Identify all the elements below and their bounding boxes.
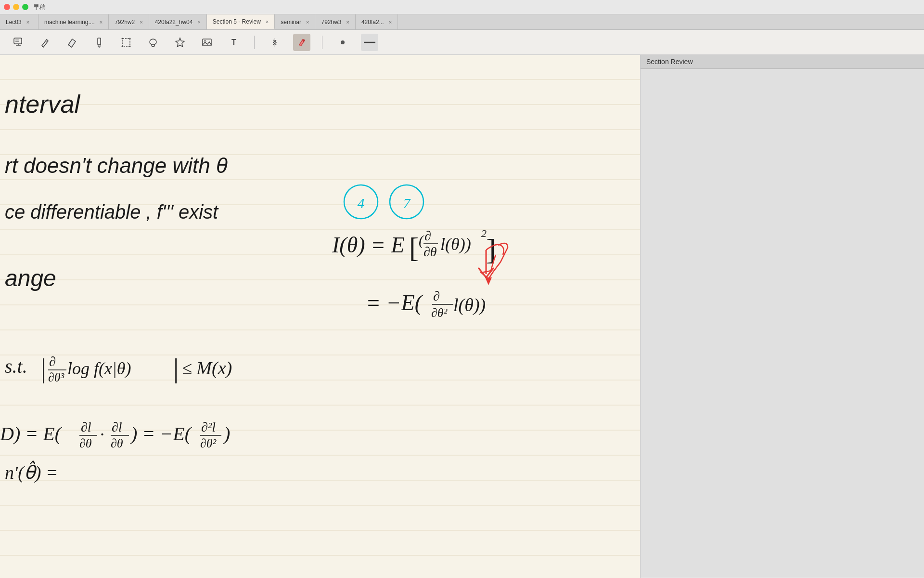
tab-close-ml[interactable]: × — [100, 19, 103, 25]
svg-text:l(θ)): l(θ)) — [453, 295, 486, 315]
svg-rect-7 — [98, 38, 101, 45]
tab-seminar[interactable]: seminar× — [275, 14, 315, 29]
highlighter-tool[interactable] — [90, 34, 108, 51]
select-tool[interactable] — [117, 34, 135, 51]
svg-text:∂θ: ∂θ — [111, 436, 123, 450]
tab-label-lec03: Lec03 — [6, 19, 22, 26]
tab-close-420fa22[interactable]: × — [389, 19, 392, 25]
svg-text:·: · — [100, 425, 104, 444]
svg-text:∂θ: ∂θ — [79, 436, 92, 450]
svg-text:∂θ²: ∂θ² — [200, 436, 217, 450]
dot-icon — [341, 40, 345, 44]
svg-rect-0 — [14, 38, 22, 44]
text-tool-label: T — [231, 38, 236, 47]
svg-point-11 — [122, 38, 123, 39]
svg-point-13 — [122, 45, 123, 47]
svg-point-20 — [303, 39, 305, 41]
image-tool[interactable] — [198, 34, 216, 51]
svg-text:= −E(: = −E( — [366, 290, 424, 315]
tab-420fa22[interactable]: 420fa2...× — [356, 14, 398, 29]
svg-text:log f(x|θ): log f(x|θ) — [67, 359, 131, 378]
svg-text:4: 4 — [358, 195, 365, 211]
svg-text:D) = E(: D) = E( — [0, 423, 63, 445]
svg-text:∂: ∂ — [424, 228, 431, 243]
minimize-button[interactable] — [13, 4, 19, 10]
text-tool[interactable]: T — [225, 34, 243, 51]
svg-text:≤ M(x): ≤ M(x) — [182, 358, 232, 379]
svg-marker-16 — [176, 38, 184, 47]
window-controls — [4, 4, 28, 10]
tab-label-420fa22: 420fa2... — [361, 19, 384, 26]
handwriting-canvas[interactable]: nterval rt doesn't change with θ ce diff… — [0, 55, 640, 578]
tab-hw2[interactable]: 792hw2× — [109, 14, 149, 29]
svg-text:∂: ∂ — [49, 354, 56, 369]
main-area: nterval rt doesn't change with θ ce diff… — [0, 55, 924, 578]
right-panel: Section Review — [640, 55, 924, 578]
tab-lec03[interactable]: Lec03× — [0, 14, 38, 29]
tabbar: Lec03×machine learning....×792hw2×420fa2… — [0, 14, 924, 30]
svg-text:∂θ³: ∂θ³ — [48, 370, 65, 384]
titlebar: 早稿 — [0, 0, 924, 14]
pen-tool[interactable] — [37, 34, 54, 51]
toolbar-separator-2 — [322, 36, 322, 49]
svg-text:∂θ²: ∂θ² — [431, 306, 448, 320]
close-button[interactable] — [4, 4, 10, 10]
svg-point-15 — [150, 39, 156, 45]
review-content — [641, 69, 924, 578]
svg-point-14 — [129, 45, 131, 47]
tab-label-sec5: Section 5 - Review — [213, 18, 261, 25]
svg-text:|: | — [173, 354, 179, 383]
section-review-header: Section Review — [641, 55, 924, 69]
svg-line-5 — [46, 40, 47, 42]
svg-text:rt  doesn't  change  with  θ: rt doesn't change with θ — [5, 154, 228, 177]
svg-text:|: | — [41, 354, 46, 383]
dot-tool[interactable] — [334, 34, 351, 51]
svg-rect-23 — [0, 55, 640, 578]
svg-text:[: [ — [409, 232, 419, 263]
svg-rect-10 — [122, 39, 130, 46]
svg-text:∂²l: ∂²l — [201, 420, 216, 434]
svg-text:nterval: nterval — [5, 90, 81, 118]
toolbar-separator-1 — [254, 36, 255, 49]
eraser-tool[interactable] — [64, 34, 81, 51]
star-tool[interactable] — [171, 34, 189, 51]
tab-close-792hw3[interactable]: × — [346, 19, 349, 25]
tab-close-hw04[interactable]: × — [197, 19, 200, 25]
svg-text:n'(θ̂) =: n'(θ̂) = — [5, 460, 58, 483]
svg-text:7: 7 — [403, 195, 411, 211]
svg-text:) = −E(: ) = −E( — [130, 423, 192, 445]
svg-text:∂θ: ∂θ — [424, 244, 437, 259]
line-style-tool[interactable] — [361, 34, 378, 51]
toolbar: T — [0, 30, 924, 55]
tab-label-hw04: 420fa22_hw04 — [155, 19, 193, 26]
tab-sec5[interactable]: Section 5 - Review× — [207, 14, 275, 29]
tab-hw04[interactable]: 420fa22_hw04× — [149, 14, 207, 29]
svg-text:s.t.: s.t. — [5, 355, 27, 377]
tab-close-seminar[interactable]: × — [306, 19, 309, 25]
search-tool[interactable] — [10, 34, 27, 51]
tab-close-sec5[interactable]: × — [266, 19, 269, 25]
svg-text:ce   differentiable   ,   f''': ce differentiable , f''' exist — [5, 201, 219, 223]
tab-792hw3[interactable]: 792hw3× — [315, 14, 355, 29]
svg-text:∂l: ∂l — [81, 420, 91, 434]
tab-label-hw2: 792hw2 — [115, 19, 135, 26]
tab-close-hw2[interactable]: × — [140, 19, 142, 25]
svg-text:∂l: ∂l — [112, 420, 122, 434]
svg-text:I(θ) = E: I(θ) = E — [332, 233, 405, 257]
notebook-page[interactable]: nterval rt doesn't change with θ ce diff… — [0, 55, 640, 578]
svg-point-12 — [129, 38, 131, 39]
svg-text:l(θ)): l(θ)) — [440, 235, 471, 254]
tab-label-seminar: seminar — [281, 19, 301, 26]
tab-close-lec03[interactable]: × — [26, 19, 29, 25]
svg-text:): ) — [223, 423, 230, 445]
maximize-button[interactable] — [22, 4, 28, 10]
app-title: 早稿 — [33, 3, 46, 12]
svg-text:∂: ∂ — [433, 289, 440, 303]
svg-text:ange: ange — [5, 265, 56, 291]
tab-label-ml: machine learning.... — [44, 19, 95, 26]
stylus-color-tool[interactable] — [293, 34, 310, 51]
section-review-title: Section Review — [646, 58, 693, 66]
bluetooth-tool[interactable] — [266, 34, 283, 51]
tab-ml[interactable]: machine learning....× — [38, 14, 109, 29]
lasso-tool[interactable] — [144, 34, 162, 51]
